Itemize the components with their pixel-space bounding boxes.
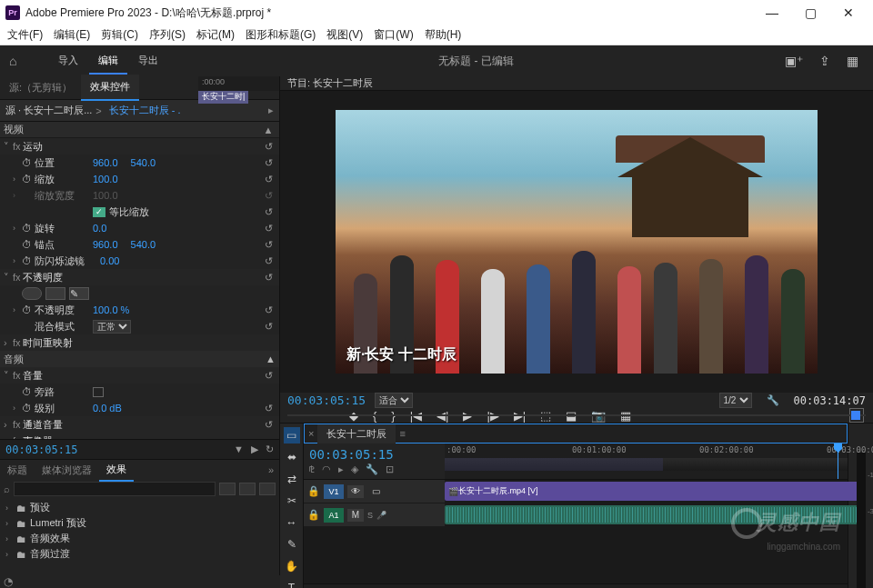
reset-icon[interactable]: ↺ — [261, 255, 276, 267]
playhead[interactable] — [838, 443, 838, 479]
scale-val[interactable]: 100.0 — [93, 174, 118, 184]
stopwatch-icon[interactable]: ⏱ — [22, 174, 35, 184]
audio-clip[interactable] — [445, 505, 858, 524]
sync-lock-icon[interactable]: ▭ — [367, 485, 384, 498]
reset-motion-icon[interactable]: ↺ — [261, 141, 276, 153]
timeline-timecode[interactable]: 00:03:05:15 — [309, 447, 439, 462]
menu-help[interactable]: 帮助(H) — [419, 27, 467, 43]
solo-button[interactable]: S — [367, 511, 373, 520]
opacity-val[interactable]: 100.0 % — [93, 304, 129, 315]
rect-mask-icon[interactable] — [45, 287, 65, 300]
fit-select[interactable]: 适合 — [375, 393, 413, 408]
stopwatch-icon[interactable]: ⏱ — [22, 386, 35, 397]
nav-arrows-icon[interactable]: ▸ — [268, 105, 274, 116]
share-icon[interactable]: ⇪ — [819, 54, 830, 68]
menu-graphics[interactable]: 图形和标题(G) — [240, 27, 321, 43]
workspace-edit[interactable]: 编辑 — [89, 48, 127, 75]
stopwatch-icon[interactable]: ⏱ — [22, 239, 35, 250]
program-tab[interactable]: 节目: 长安十二时辰 — [287, 76, 373, 90]
fx-motion[interactable]: 运动 — [23, 140, 261, 154]
level-val[interactable]: 0.0 dB — [93, 403, 122, 414]
settings-icon[interactable]: ◈ — [351, 463, 358, 475]
menu-file[interactable]: 文件(F) — [2, 27, 48, 43]
uniform-scale-checkbox[interactable]: ✓ — [93, 207, 105, 217]
menu-edit[interactable]: 编辑(E) — [48, 27, 95, 43]
stopwatch-icon[interactable]: ⏱ — [22, 255, 35, 266]
anchor-y[interactable]: 540.0 — [131, 239, 156, 250]
stopwatch-icon[interactable]: ⏱ — [22, 157, 35, 168]
reset-icon[interactable]: ↺ — [261, 206, 276, 218]
home-icon[interactable]: ⌂ — [9, 54, 31, 68]
bypass-checkbox[interactable] — [93, 387, 104, 397]
maximize-button[interactable]: ▢ — [791, 0, 829, 25]
fx-channel-volume[interactable]: 通道音量 — [23, 418, 261, 432]
program-timecode-left[interactable]: 00:03:05:15 — [287, 394, 366, 407]
sequence-name[interactable]: 长安十二时辰 - . — [109, 104, 181, 117]
reset-icon[interactable]: ↺ — [261, 403, 276, 414]
fx-opacity[interactable]: 不透明度 — [23, 271, 261, 284]
resolution-select[interactable]: 1/2 — [719, 393, 752, 408]
snap-icon[interactable]: ⅊ — [309, 463, 315, 475]
badge-accel-icon[interactable] — [219, 483, 236, 495]
effect-folder[interactable]: ›🖿Lumetri 预设 — [0, 515, 279, 531]
play-icon[interactable]: ▶ — [251, 443, 258, 455]
v1-source-patch[interactable]: V1 — [324, 484, 344, 499]
ellipse-mask-icon[interactable] — [22, 287, 42, 300]
reset-icon[interactable]: ↺ — [261, 174, 276, 185]
reset-icon[interactable]: ↺ — [261, 239, 276, 251]
reset-icon[interactable]: ↺ — [261, 419, 276, 431]
effects-search-input[interactable] — [14, 482, 216, 496]
reset-icon[interactable]: ↺ — [261, 190, 276, 202]
video-clip[interactable]: 🎬 长安十二时辰.mp4 [V] — [445, 482, 858, 501]
blend-mode-select[interactable]: 正常 — [93, 320, 131, 334]
stopwatch-icon[interactable]: ⏱ — [22, 223, 35, 234]
quick-export-icon[interactable]: ▣⁺ — [785, 54, 803, 68]
effect-folder[interactable]: ›🖿音频效果 — [0, 531, 279, 546]
track-select-tool-icon[interactable]: ⬌ — [284, 449, 300, 465]
zoom-scrollbar[interactable]: ○○ — [304, 583, 848, 588]
type-tool-icon[interactable]: T — [284, 580, 300, 588]
position-y[interactable]: 540.0 — [131, 157, 156, 168]
close-button[interactable]: ✕ — [829, 0, 868, 25]
out-marker-icon[interactable] — [851, 411, 860, 420]
wrench-icon[interactable]: 🔧 — [366, 463, 378, 475]
menu-clip[interactable]: 剪辑(C) — [95, 27, 144, 43]
menu-markers[interactable]: 标记(M) — [191, 27, 240, 43]
wrench-icon[interactable]: 🔧 — [767, 394, 779, 406]
voice-over-icon[interactable]: 🎤 — [376, 511, 386, 520]
reset-icon[interactable]: ↺ — [261, 223, 276, 234]
workspace-menu-icon[interactable]: ▦ — [847, 54, 858, 68]
effect-folder[interactable]: ›🖿音频过渡 — [0, 546, 279, 562]
menu-window[interactable]: 窗口(W) — [368, 27, 418, 43]
tab-source[interactable]: 源:（无剪辑） — [0, 75, 81, 100]
workspace-import[interactable]: 导入 — [49, 48, 87, 75]
position-x[interactable]: 960.0 — [93, 157, 118, 168]
reset-icon[interactable]: ↺ — [261, 157, 276, 169]
loop-icon[interactable]: ↻ — [266, 443, 274, 455]
timeline-ruler[interactable]: :00:00 00:01:00:00 00:02:00:00 00:03:00:… — [445, 443, 848, 479]
filter-icon[interactable]: ▼ — [234, 443, 244, 455]
mask-tools[interactable]: ✎ — [22, 287, 89, 300]
effect-timecode[interactable]: 00:03:05:15 — [5, 443, 77, 456]
a1-source-patch[interactable]: A1 — [324, 508, 344, 523]
pen-tool-icon[interactable]: ✎ — [284, 536, 300, 553]
program-monitor[interactable]: 新·长安 十二时辰 — [280, 91, 873, 393]
effect-mini-ruler[interactable]: :00:00 — [198, 76, 279, 91]
razor-tool-icon[interactable]: ✂ — [284, 493, 300, 509]
caption-icon[interactable]: ⊡ — [386, 463, 394, 475]
stopwatch-icon[interactable]: ⏱ — [22, 403, 35, 414]
lock-icon[interactable]: 🔒 — [307, 509, 320, 521]
lock-icon[interactable]: 🔒 — [307, 485, 320, 497]
slip-tool-icon[interactable]: ↔ — [284, 514, 300, 531]
link-icon[interactable]: ◠ — [322, 463, 331, 475]
panel-menu-icon[interactable]: » — [261, 461, 279, 479]
reset-icon[interactable]: ↺ — [261, 321, 276, 333]
anchor-x[interactable]: 960.0 — [93, 239, 118, 250]
fx-timeremap[interactable]: 时间重映射 — [23, 336, 276, 350]
toggle-track-output-icon[interactable]: 👁 — [347, 485, 364, 498]
marker-icon[interactable]: ▸ — [338, 463, 344, 475]
rotation-val[interactable]: 0.0 — [93, 223, 106, 234]
ripple-tool-icon[interactable]: ⇄ — [284, 471, 300, 487]
hand-tool-icon[interactable]: ✋ — [284, 558, 300, 574]
selection-tool-icon[interactable]: ▭ — [284, 427, 300, 443]
